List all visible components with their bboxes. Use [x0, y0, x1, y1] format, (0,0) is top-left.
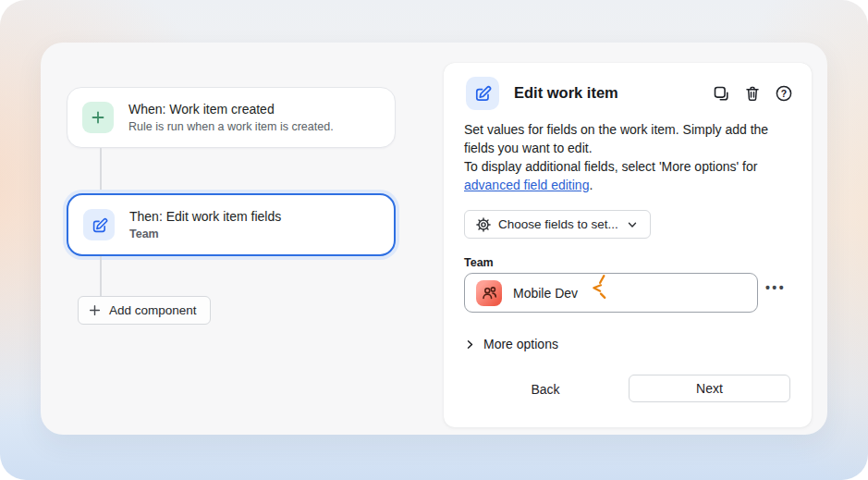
trigger-card-text: When: Work item created Rule is run when… [128, 101, 334, 135]
description-line-1: Set values for fields on the work item. … [464, 120, 795, 157]
edit-pencil-icon [83, 209, 115, 240]
team-field-value: Mobile Dev [513, 286, 578, 301]
delete-button[interactable] [743, 84, 762, 103]
next-button[interactable]: Next [629, 375, 790, 402]
team-field-input[interactable]: Mobile Dev [464, 273, 758, 313]
chevron-down-icon [626, 218, 639, 231]
trash-icon [743, 84, 762, 103]
action-card-selected[interactable]: Then: Edit work item fields Team [67, 193, 396, 256]
chevron-right-icon [464, 338, 476, 351]
flow-connector [100, 148, 102, 193]
edit-work-item-panel: Edit work item [444, 63, 812, 427]
help-icon: ? [775, 84, 793, 103]
trigger-card[interactable]: When: Work item created Rule is run when… [67, 87, 396, 148]
spark-click-icon [591, 273, 611, 301]
trigger-title: When: Work item created [128, 101, 334, 118]
duplicate-button[interactable] [712, 84, 730, 103]
plus-icon [82, 102, 114, 133]
plus-icon [88, 303, 102, 317]
team-people-icon [476, 280, 502, 306]
edit-pencil-icon [466, 77, 499, 110]
automation-builder-screen: When: Work item created Rule is run when… [0, 0, 868, 480]
action-subtitle: Team [129, 226, 281, 242]
flow-connector [100, 256, 102, 296]
description-text: To display additional fields, select 'Mo… [464, 159, 757, 174]
team-field-label: Team [464, 256, 494, 269]
choose-fields-button[interactable]: Choose fields to set... [464, 210, 651, 239]
panel-header-actions: ? [712, 84, 793, 103]
description-line-2: To display additional fields, select 'Mo… [464, 157, 795, 194]
duplicate-icon [712, 84, 730, 103]
add-component-button[interactable]: Add component [78, 296, 211, 325]
more-options-toggle[interactable]: More options [464, 337, 558, 351]
action-title: Then: Edit work item fields [129, 208, 281, 226]
advanced-field-editing-link[interactable]: advanced field editing [464, 178, 589, 192]
description-period: . [589, 178, 593, 192]
back-button[interactable]: Back [518, 375, 573, 403]
more-options-label: More options [483, 337, 558, 351]
add-component-label: Add component [109, 303, 197, 317]
panel-title: Edit work item [514, 84, 618, 102]
action-card-text: Then: Edit work item fields Team [129, 208, 281, 242]
team-field-more-menu-button[interactable]: ••• [762, 277, 789, 299]
rule-canvas: When: Work item created Rule is run when… [41, 43, 827, 435]
choose-fields-label: Choose fields to set... [498, 217, 618, 231]
gear-icon [476, 217, 491, 232]
panel-description: Set values for fields on the work item. … [464, 120, 795, 194]
svg-text:?: ? [781, 88, 787, 99]
help-button[interactable]: ? [775, 84, 793, 103]
trigger-subtitle: Rule is run when a work item is created. [128, 118, 334, 135]
